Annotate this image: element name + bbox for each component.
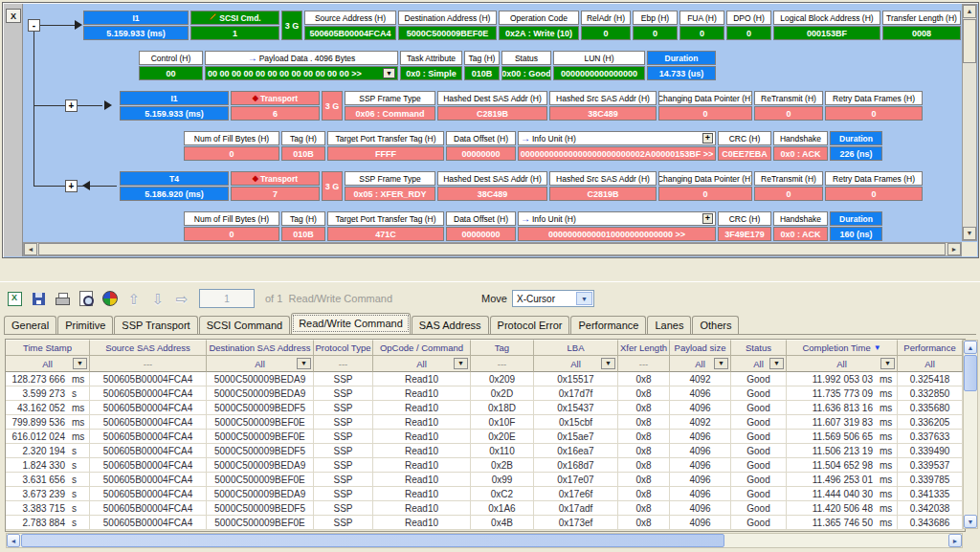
decode-field-value[interactable]: 226 (ns) (830, 146, 882, 161)
tab-general[interactable]: General (4, 316, 56, 334)
decode-vertical-scrollbar[interactable]: ▲ ▼ (962, 4, 977, 241)
column-header-xfer-length[interactable]: Xfer Length (618, 340, 670, 356)
decode-field-value[interactable]: 00000000000010000000000000 >> (518, 227, 716, 241)
decode-field-value[interactable]: 000153BF (773, 26, 880, 40)
decode-field-value[interactable]: 0x06 : Command (345, 106, 435, 121)
decode-field-value[interactable]: 0 (184, 227, 279, 241)
column-header-protocol-type[interactable]: Protocol Type (314, 340, 373, 356)
decode-field-value[interactable]: 00 00 00 00 00 00 00 00 00 00 00 00 >>▼ (205, 66, 398, 80)
up-arrow-button[interactable]: ⇧ (123, 289, 145, 308)
scroll-left-icon[interactable]: ◄ (24, 243, 37, 255)
decode-field-value[interactable]: 010B (281, 227, 325, 241)
decode-field-value[interactable]: 0 (581, 26, 631, 40)
decode-field-value[interactable]: 6 (231, 106, 320, 121)
decode-field-value[interactable]: 5.186.920 (ms) (120, 187, 229, 201)
decode-field-value[interactable]: 500605B00004FCA4 (304, 26, 396, 40)
tab-primitive[interactable]: Primitive (57, 316, 113, 334)
column-header-status[interactable]: Status (731, 340, 787, 356)
table-row[interactable]: 616.012 024ms500605B00004FCA45000C500009… (6, 430, 963, 444)
column-header-destination-sas-address[interactable]: Destination SAS Address (207, 340, 314, 356)
decode-field-value[interactable]: 0x0 : ACK (773, 146, 828, 161)
decode-field-value[interactable]: 0x2A : Write (10) (499, 26, 579, 40)
column-filter-source-sas-address[interactable]: --- (90, 356, 207, 372)
decode-field-value[interactable]: 0x0 : ACK (773, 227, 828, 241)
table-row[interactable]: 2.783 884s500605B00004FCA45000C500009BEF… (6, 516, 963, 530)
column-filter-completion-time[interactable]: All▼ (787, 356, 898, 372)
filter-dropdown-icon[interactable]: ▼ (454, 358, 468, 369)
tab-scsi-command[interactable]: SCSI Command (199, 316, 290, 334)
print-preview-button[interactable] (76, 289, 97, 308)
decode-field-value[interactable]: C2819B (437, 106, 547, 121)
filter-dropdown-icon[interactable]: ▼ (601, 358, 615, 369)
column-header-lba[interactable]: LBA (534, 340, 618, 356)
column-filter-destination-sas-address[interactable]: All▼ (207, 356, 314, 372)
decode-field-value[interactable]: 0 (825, 187, 923, 201)
scroll-thumb[interactable] (963, 19, 976, 63)
decode-field-value[interactable]: 0 (633, 26, 678, 40)
decode-field-value[interactable]: 0008 (882, 26, 961, 40)
table-row[interactable]: 799.899 536ms500605B00004FCA45000C500009… (6, 415, 963, 430)
tab-protocol-error[interactable]: Protocol Error (490, 316, 570, 334)
expand-node[interactable]: + (65, 180, 78, 192)
decode-field-value[interactable]: 38C489 (437, 187, 547, 201)
decode-field-value[interactable]: 0 (754, 187, 823, 201)
scroll-up-icon[interactable]: ▲ (963, 5, 976, 18)
scroll-thumb[interactable] (38, 243, 946, 255)
excel-export-button[interactable]: X (4, 289, 25, 308)
column-filter-payload-size[interactable]: All▼ (670, 356, 731, 372)
scroll-down-icon[interactable]: ▼ (963, 227, 976, 240)
scroll-thumb[interactable] (964, 355, 977, 391)
decode-field-value[interactable]: 5000C500009BEF0E (398, 26, 497, 40)
decode-field-value[interactable]: 0 (184, 146, 279, 161)
decode-field-value[interactable]: 1 (190, 26, 279, 40)
decode-field-value[interactable]: 0x05 : XFER_RDY (345, 187, 435, 201)
down-arrow-button[interactable]: ⇩ (147, 289, 168, 308)
tab-others[interactable]: Others (692, 316, 739, 334)
decode-field-value[interactable]: C0EE7EBA (718, 146, 771, 161)
column-filter-status[interactable]: All▼ (731, 356, 787, 372)
decode-horizontal-scrollbar[interactable]: ◄ ► (23, 242, 962, 256)
table-row[interactable]: 2.320 194s500605B00004FCA45000C500009BED… (6, 444, 963, 458)
scroll-down-icon[interactable]: ▼ (964, 515, 977, 528)
decode-field-value[interactable]: 5.159.933 (ms) (83, 26, 189, 40)
close-decode-button[interactable]: X (6, 9, 21, 23)
column-filter-protocol-type[interactable]: --- (314, 356, 373, 372)
tab-lanes[interactable]: Lanes (647, 316, 691, 334)
column-header-tag[interactable]: Tag (471, 340, 534, 356)
column-filter-xfer-length[interactable]: --- (618, 356, 670, 372)
table-row[interactable]: 1.824 330s500605B00004FCA45000C500009BED… (6, 458, 963, 473)
column-filter-time-stamp[interactable]: All▼ (6, 356, 90, 372)
next-arrow-button[interactable]: ⇨ (171, 289, 192, 308)
table-horizontal-scrollbar[interactable]: ◄ ► (6, 533, 963, 548)
colors-button[interactable] (100, 289, 121, 308)
tab-read-write-command[interactable]: Read/Write Command (291, 313, 411, 334)
decode-field-value[interactable]: 0 (754, 106, 823, 121)
column-header-performance[interactable]: Performance (898, 340, 963, 356)
table-row[interactable]: 3.383 715s500605B00004FCA45000C500009BED… (6, 501, 963, 516)
decode-field-value[interactable]: 010B (464, 66, 500, 80)
decode-field-value[interactable]: 14.733 (us) (647, 66, 716, 80)
table-row[interactable]: 3.673 239s500605B00004FCA45000C500009BED… (6, 487, 963, 501)
decode-field-value[interactable]: 00000000 (446, 227, 516, 241)
decode-field-value[interactable]: 160 (ns) (830, 227, 882, 241)
column-header-source-sas-address[interactable]: Source SAS Address (90, 340, 207, 356)
decode-field-value[interactable]: 010B (281, 146, 325, 161)
scroll-right-icon[interactable]: ► (948, 534, 962, 547)
decode-field-value[interactable]: 00000000000000000000000002A00000153BF >> (518, 146, 716, 161)
filter-dropdown-icon[interactable]: ▼ (880, 358, 895, 369)
filter-dropdown-icon[interactable]: ▼ (714, 358, 728, 369)
decode-field-value[interactable]: 0x0 : Simple (400, 66, 462, 80)
column-filter-lba[interactable]: All▼ (534, 356, 618, 372)
table-row[interactable]: 3.599 273s500605B00004FCA45000C500009BED… (6, 386, 963, 401)
save-button[interactable] (28, 289, 49, 308)
print-button[interactable] (52, 289, 73, 308)
column-filter-opcode-command[interactable]: All▼ (373, 356, 471, 372)
column-header-time-stamp[interactable]: Time Stamp (6, 340, 90, 356)
decode-field-value[interactable]: 3F49E179 (718, 227, 771, 241)
expand-node[interactable]: + (65, 99, 78, 112)
decode-field-value[interactable]: 38C489 (549, 106, 657, 121)
decode-field-value[interactable]: 0 (825, 106, 923, 121)
decode-field-value[interactable]: 471C (327, 227, 444, 241)
decode-field-value[interactable]: 0000000000000000 (553, 66, 645, 80)
move-select[interactable]: X-Cursor ▼ (512, 290, 594, 307)
